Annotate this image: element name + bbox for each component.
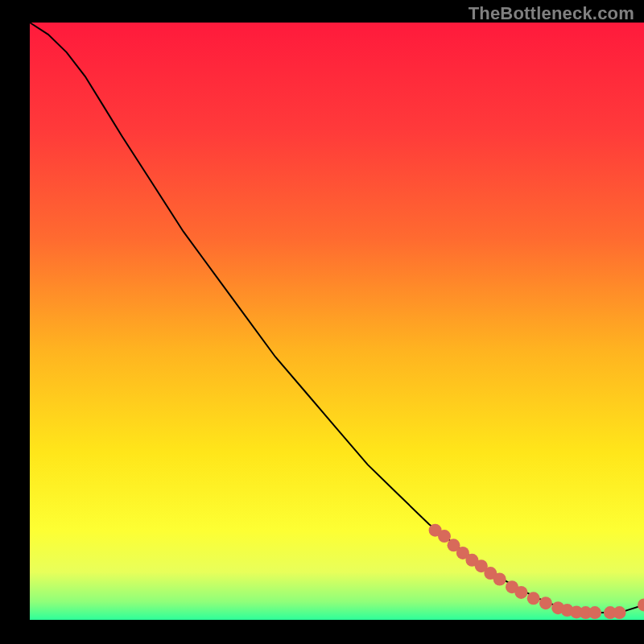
watermark-label: TheBottleneck.com	[469, 3, 634, 24]
marker-point	[493, 573, 506, 586]
marker-point	[539, 597, 552, 609]
marker-point	[588, 606, 601, 619]
plot-background	[30, 23, 644, 620]
marker-point	[514, 586, 527, 599]
marker-point	[527, 592, 540, 605]
chart-container: TheBottleneck.com	[0, 0, 644, 644]
marker-point	[613, 606, 626, 619]
marker-point	[438, 530, 451, 543]
bottleneck-chart	[0, 0, 644, 644]
